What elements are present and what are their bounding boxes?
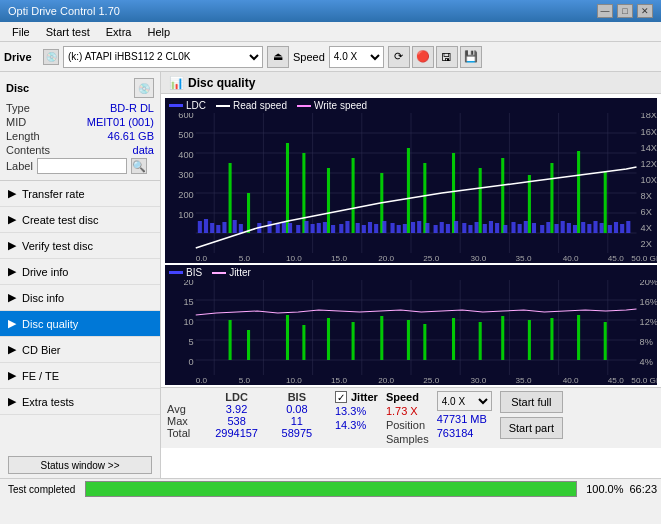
svg-text:16X: 16X (641, 127, 657, 137)
svg-rect-63 (391, 223, 395, 233)
svg-rect-48 (304, 221, 308, 233)
svg-text:200: 200 (178, 190, 193, 200)
svg-rect-144 (286, 315, 289, 360)
svg-text:15: 15 (183, 297, 193, 307)
nav-create-test-disc[interactable]: ▶ Create test disc (0, 207, 160, 233)
eject-button[interactable]: ⏏ (267, 46, 289, 68)
menu-extra[interactable]: Extra (98, 24, 140, 40)
start-part-button[interactable]: Start part (500, 417, 563, 439)
svg-rect-53 (331, 225, 335, 233)
menu-start-test[interactable]: Start test (38, 24, 98, 40)
svg-rect-35 (222, 222, 226, 233)
toolbar-btn-2[interactable]: 🔴 (412, 46, 434, 68)
window-controls: — □ ✕ (597, 4, 653, 18)
svg-rect-69 (423, 163, 426, 233)
nav-extra-tests-icon: ▶ (8, 395, 16, 408)
total-ldc-val: 2994157 (206, 427, 266, 439)
nav-fe-te[interactable]: ▶ FE / TE (0, 363, 160, 389)
svg-rect-152 (479, 322, 482, 360)
nav-disc-quality[interactable]: ▶ Disc quality (0, 311, 160, 337)
svg-rect-104 (614, 222, 618, 233)
svg-rect-33 (210, 223, 214, 233)
svg-rect-71 (434, 225, 438, 233)
svg-rect-148 (380, 316, 383, 360)
drive-selector[interactable]: (k:) ATAPI iHBS112 2 CL0K (63, 46, 263, 68)
top-chart-container: LDC Read speed Write speed (165, 98, 657, 263)
svg-rect-91 (546, 222, 550, 233)
bis-legend-label: BIS (186, 267, 202, 278)
status-completed-text: Test completed (4, 482, 79, 497)
app-window: Opti Drive Control 1.70 — □ ✕ File Start… (0, 0, 661, 524)
nav-drive-info-label: Drive info (22, 266, 68, 278)
svg-text:6X: 6X (641, 207, 652, 217)
svg-rect-142 (229, 320, 232, 360)
legend-bis: BIS (169, 267, 202, 278)
bis-legend-color (169, 271, 183, 274)
svg-rect-46 (296, 225, 300, 233)
speed-x-selector[interactable]: 4.0 X (437, 391, 492, 411)
start-full-button[interactable]: Start full (500, 391, 563, 413)
svg-text:0.0: 0.0 (196, 254, 208, 263)
svg-rect-89 (532, 223, 536, 233)
svg-rect-88 (528, 175, 531, 233)
svg-rect-157 (604, 322, 607, 360)
nav-drive-info[interactable]: ▶ Drive info (0, 259, 160, 285)
nav-items: ▶ Transfer rate ▶ Create test disc ▶ Ver… (0, 181, 160, 450)
nav-verify-test-disc-label: Verify test disc (22, 240, 93, 252)
svg-text:0.0: 0.0 (196, 376, 208, 385)
toolbar-btn-3[interactable]: 🖫 (436, 46, 458, 68)
speed-avg-row: 1.73 X (386, 405, 429, 417)
nav-cd-bier[interactable]: ▶ CD Bier (0, 337, 160, 363)
toolbar-btn-1[interactable]: ⟳ (388, 46, 410, 68)
svg-text:4X: 4X (641, 223, 652, 233)
jitter-header-row: ✓ Jitter (335, 391, 378, 403)
right-panel: 📊 Disc quality LDC Read speed (161, 72, 661, 478)
close-button[interactable]: ✕ (637, 4, 653, 18)
disc-label-input[interactable] (37, 158, 127, 174)
menu-file[interactable]: File (4, 24, 38, 40)
svg-rect-65 (403, 224, 407, 233)
bottom-status-bar: Test completed 100.0% 66:23 (0, 478, 661, 524)
pos-val-row: 47731 MB (437, 413, 492, 425)
svg-rect-59 (368, 222, 372, 233)
disc-type-row: Type BD-R DL (6, 102, 154, 114)
disc-header: Disc 💿 (6, 78, 154, 98)
disc-panel-icon: 💿 (134, 78, 154, 98)
toolbar-btn-save[interactable]: 💾 (460, 46, 482, 68)
svg-text:16%: 16% (640, 297, 657, 307)
write-speed-legend-label: Write speed (314, 100, 367, 111)
svg-rect-101 (600, 223, 604, 233)
svg-text:18X: 18X (641, 113, 657, 120)
svg-rect-86 (518, 224, 522, 233)
total-bis-val: 58975 (267, 427, 327, 439)
nav-transfer-rate-icon: ▶ (8, 187, 16, 200)
svg-rect-44 (286, 143, 289, 233)
nav-transfer-rate[interactable]: ▶ Transfer rate (0, 181, 160, 207)
maximize-button[interactable]: □ (617, 4, 633, 18)
progress-container: Test completed 100.0% 66:23 (0, 479, 661, 499)
nav-verify-test-disc-icon: ▶ (8, 239, 16, 252)
bottom-chart-container: BIS Jitter (165, 265, 657, 385)
nav-extra-tests[interactable]: ▶ Extra tests (0, 389, 160, 415)
menu-help[interactable]: Help (139, 24, 178, 40)
legend-write-speed: Write speed (297, 100, 367, 111)
action-buttons: Start full Start part (500, 391, 563, 439)
speed-selector[interactable]: 4.0 X (329, 46, 384, 68)
svg-rect-149 (407, 320, 410, 360)
nav-verify-test-disc[interactable]: ▶ Verify test disc (0, 233, 160, 259)
svg-rect-106 (626, 221, 630, 233)
svg-text:12X: 12X (641, 159, 657, 169)
nav-disc-info[interactable]: ▶ Disc info (0, 285, 160, 311)
svg-rect-56 (352, 158, 355, 233)
svg-rect-43 (282, 222, 286, 233)
disc-label-browse-button[interactable]: 🔍 (131, 158, 147, 174)
jitter-checkbox[interactable]: ✓ (335, 391, 347, 403)
svg-rect-45 (288, 223, 292, 233)
avg-label: Avg (167, 403, 206, 415)
svg-rect-72 (440, 222, 444, 233)
nav-drive-info-icon: ▶ (8, 265, 16, 278)
status-window-button[interactable]: Status window >> (8, 456, 152, 474)
svg-rect-67 (411, 222, 415, 233)
minimize-button[interactable]: — (597, 4, 613, 18)
svg-text:5.0: 5.0 (239, 254, 251, 263)
